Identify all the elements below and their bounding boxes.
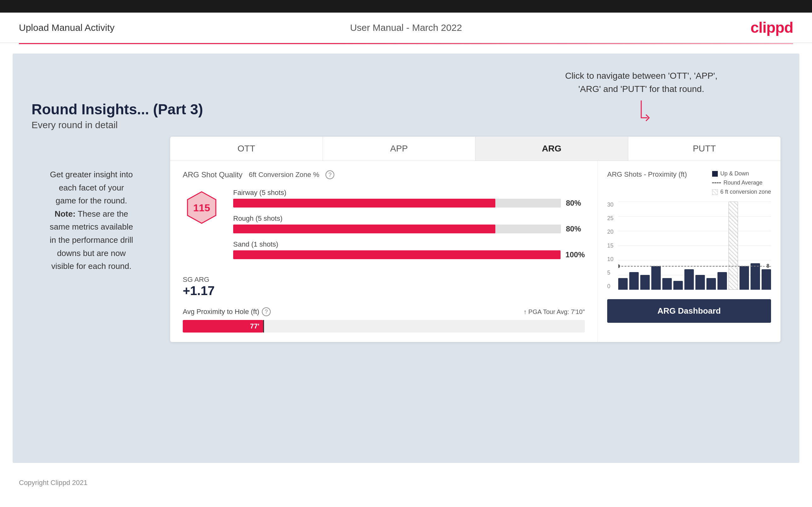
tabs-bar: OTT APP ARG PUTT [170,137,780,161]
logo: clippd [751,19,793,36]
proximity-header: Avg Proximity to Hole (ft) ? ↑ PGA Tour … [183,307,585,316]
nav-hint-text: Click to navigate between 'OTT', 'APP', … [565,69,717,96]
bars-row [618,202,771,290]
tab-arg[interactable]: ARG [475,137,628,161]
sg-value: +1.17 [183,284,585,298]
bar-col-7 [684,202,694,290]
bar-label-sand: Sand (1 shots) [233,240,585,248]
bar-col-13 [751,202,760,290]
panel-subtitle: 6ft Conversion Zone % [249,171,319,179]
bar-col-8 [696,202,705,290]
top-bar [0,0,812,13]
tab-ott[interactable]: OTT [170,137,323,161]
legend-label-6ft: 6 ft conversion zone [720,189,771,195]
bar-col-3 [640,202,650,290]
bar-col-14 [762,202,771,290]
bar-col-1 [618,202,628,290]
proximity-bar-track: 77' [183,320,585,333]
chart-header: ARG Shots - Proximity (ft) Up & Down Rou… [607,170,771,195]
bar-fill-fairway [233,199,495,208]
bar-pct-sand: 100% [566,250,585,259]
round-insights-card: OTT APP ARG PUTT ARG Shot Quality 6ft Co… [170,137,780,342]
tab-app[interactable]: APP [323,137,476,161]
shot-quality-bars: Fairway (5 shots) 80% Rough (5 shots) [233,189,585,266]
tab-putt[interactable]: PUTT [628,137,781,161]
proximity-info-icon[interactable]: ? [262,307,271,316]
legend-label-round-avg: Round Average [723,179,763,186]
content-layout: Get greater insight into each facet of y… [32,137,780,342]
chart-legend: Up & Down Round Average 6 ft conversion … [712,170,771,195]
left-description: Get greater insight into each facet of y… [32,168,151,273]
chart-y-labels: 0 5 10 15 20 25 30 [607,202,617,290]
bar-col-4 [651,202,661,290]
bar-wrapper-sand: 100% [233,250,585,259]
proximity-cursor [263,320,264,333]
title-block: Round Insights... (Part 3) Every round i… [32,101,203,130]
card-left-panel: ARG Shot Quality 6ft Conversion Zone % ?… [170,161,598,342]
legend-label-up-down: Up & Down [720,170,749,177]
navigation-hint: Click to navigate between 'OTT', 'APP', … [565,69,717,130]
bar-row-sand: Sand (1 shots) 100% [233,240,585,259]
panel-header: ARG Shot Quality 6ft Conversion Zone % ? [183,170,585,179]
legend-item-round-avg: Round Average [712,179,771,186]
chart-title: ARG Shots - Proximity (ft) [607,170,687,178]
header: Upload Manual Activity User Manual - Mar… [0,13,812,43]
svg-text:115: 115 [193,202,210,214]
bar-col-9 [706,202,716,290]
arrow-icon [628,99,654,130]
bar-col-6 [673,202,683,290]
proximity-title: Avg Proximity to Hole (ft) ? [183,307,271,316]
bar-col-12 [740,202,749,290]
legend-square-icon [712,171,718,177]
footer: Copyright Clippd 2021 [0,472,812,493]
hexagon-container: 115 Fairway (5 shots) 80% [183,189,585,266]
bar-row-fairway: Fairway (5 shots) 80% [233,189,585,208]
sg-label: SG ARG [183,276,585,284]
bar-fill-rough [233,225,495,233]
legend-dashed-icon [712,182,721,183]
section-title: Round Insights... (Part 3) [32,101,203,118]
bar-wrapper-rough: 80% [233,225,585,233]
bar-row-rough: Rough (5 shots) 80% [233,215,585,233]
main-content: Round Insights... (Part 3) Every round i… [13,54,799,463]
hexagon-badge: 115 [183,189,220,226]
legend-item-up-down: Up & Down [712,170,771,177]
proximity-section: Avg Proximity to Hole (ft) ? ↑ PGA Tour … [183,307,585,333]
manual-label: User Manual - March 2022 [350,22,462,33]
header-divider [19,43,793,44]
upload-label[interactable]: Upload Manual Activity [19,22,115,33]
card-right-panel: ARG Shots - Proximity (ft) Up & Down Rou… [598,161,780,342]
bar-pct-rough: 80% [566,225,585,233]
proximity-bar-fill: 77' [183,320,263,333]
bar-fill-sand [233,250,561,259]
copyright-text: Copyright Clippd 2021 [19,478,88,487]
sg-section: SG ARG +1.17 [183,276,585,298]
card-body: ARG Shot Quality 6ft Conversion Zone % ?… [170,161,780,342]
arg-dashboard-button[interactable]: ARG Dashboard [607,299,771,323]
bar-pct-fairway: 80% [566,199,585,208]
section-subtitle: Every round in detail [32,120,203,130]
bar-track-sand [233,250,561,259]
panel-title: ARG Shot Quality [183,170,242,179]
legend-hatched-icon [712,189,718,195]
bar-col-2 [629,202,639,290]
chart-area: 8 [618,202,771,290]
bar-col-5 [662,202,672,290]
bar-col-10 [717,202,727,290]
legend-item-6ft: 6 ft conversion zone [712,189,771,195]
pga-avg-label: ↑ PGA Tour Avg: 7'10" [523,308,585,316]
bar-track-rough [233,225,561,233]
bar-label-rough: Rough (5 shots) [233,215,585,223]
info-icon[interactable]: ? [325,170,334,179]
bar-col-11 [728,202,738,290]
top-section: Round Insights... (Part 3) Every round i… [32,69,780,130]
bar-wrapper-fairway: 80% [233,199,585,208]
bar-track-fairway [233,199,561,208]
bar-chart: 0 5 10 15 20 25 30 [607,202,771,290]
bar-label-fairway: Fairway (5 shots) [233,189,585,197]
